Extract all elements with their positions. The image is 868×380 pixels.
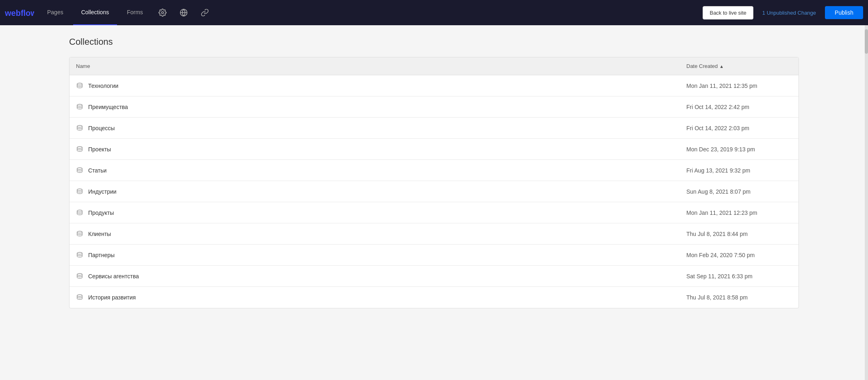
page-title: Collections [0, 37, 868, 57]
svg-point-13 [77, 273, 82, 275]
scrollbar[interactable] [865, 25, 868, 380]
scrollbar-thumb[interactable] [865, 29, 868, 54]
column-name-header[interactable]: Name [76, 63, 686, 69]
unpublished-changes-button[interactable]: 1 Unpublished Change [757, 7, 821, 19]
collection-date: Fri Oct 14, 2022 2:42 pm [686, 104, 792, 110]
collection-db-icon [76, 146, 83, 153]
table-row[interactable]: ПреимуществаFri Oct 14, 2022 2:42 pm [69, 96, 799, 118]
collection-date: Thu Jul 8, 2021 8:58 pm [686, 294, 792, 301]
collection-db-icon [76, 167, 83, 174]
collection-name: Партнеры [88, 252, 686, 258]
table-row[interactable]: ПроцессыFri Oct 14, 2022 2:03 pm [69, 118, 799, 139]
table-row[interactable]: ПартнерыMon Feb 24, 2020 7:50 pm [69, 245, 799, 266]
collection-name: Индустрии [88, 188, 686, 195]
collection-name: История развития [88, 294, 686, 301]
svg-point-12 [77, 252, 82, 254]
collection-date: Thu Jul 8, 2021 8:44 pm [686, 231, 792, 237]
collection-name: Сервисы агентства [88, 273, 686, 280]
table-header: Name Date Created ▲ [69, 57, 799, 75]
page-content: Collections Name Date Created ▲ Технолог… [0, 25, 868, 380]
publish-button[interactable]: Publish [825, 6, 863, 19]
integrations-icon [201, 9, 209, 17]
collection-db-icon [76, 251, 83, 259]
collection-db-icon [76, 103, 83, 111]
svg-point-10 [77, 210, 82, 212]
collection-date: Mon Jan 11, 2021 12:23 pm [686, 210, 792, 216]
webflow-logo[interactable]: webflow [5, 5, 34, 20]
tab-forms[interactable]: Forms [119, 0, 151, 25]
globe-icon [180, 9, 188, 17]
collection-db-icon [76, 273, 83, 280]
topnav-right: Back to live site 1 Unpublished Change P… [703, 6, 863, 20]
integrations-icon-tab[interactable] [195, 0, 215, 25]
svg-point-1 [161, 12, 163, 14]
collection-date: Fri Oct 14, 2022 2:03 pm [686, 125, 792, 131]
collection-db-icon [76, 188, 83, 195]
collection-db-icon [76, 230, 83, 238]
collection-name: Статьи [88, 167, 686, 174]
collection-date: Mon Feb 24, 2020 7:50 pm [686, 252, 792, 258]
table-row[interactable]: СтатьиFri Aug 13, 2021 9:32 pm [69, 160, 799, 181]
collection-date: Sun Aug 8, 2021 8:07 pm [686, 188, 792, 195]
svg-point-7 [77, 146, 82, 149]
collection-db-icon [76, 82, 83, 90]
table-row[interactable]: История развитияThu Jul 8, 2021 8:58 pm [69, 287, 799, 308]
collection-date: Sat Sep 11, 2021 6:33 pm [686, 273, 792, 280]
top-navigation: webflow Pages Collections Forms Back to … [0, 0, 868, 25]
svg-point-9 [77, 189, 82, 191]
collection-db-icon [76, 124, 83, 132]
collection-name: Технологии [88, 83, 686, 89]
tab-pages[interactable]: Pages [39, 0, 72, 25]
collection-name: Проекты [88, 146, 686, 153]
seo-icon-tab[interactable] [174, 0, 193, 25]
gear-icon [158, 9, 167, 17]
svg-point-4 [77, 83, 82, 85]
svg-point-5 [77, 104, 82, 106]
table-row[interactable]: Сервисы агентстваSat Sep 11, 2021 6:33 p… [69, 266, 799, 287]
collection-name: Преимущества [88, 104, 686, 110]
svg-point-11 [77, 231, 82, 233]
table-row[interactable]: КлиентыThu Jul 8, 2021 8:44 pm [69, 223, 799, 245]
collection-name: Продукты [88, 210, 686, 216]
table-row[interactable]: ПроектыMon Dec 23, 2019 9:13 pm [69, 139, 799, 160]
table-row[interactable]: ТехнологииMon Jan 11, 2021 12:35 pm [69, 75, 799, 96]
collection-db-icon [76, 209, 83, 216]
collection-name: Процессы [88, 125, 686, 131]
collection-name: Клиенты [88, 231, 686, 237]
svg-point-8 [77, 168, 82, 170]
svg-point-14 [77, 295, 82, 297]
settings-icon-tab[interactable] [153, 0, 172, 25]
collections-table: Name Date Created ▲ ТехнологииMon Jan 11… [69, 57, 799, 308]
collection-db-icon [76, 294, 83, 301]
sort-arrow-icon: ▲ [719, 64, 724, 69]
collection-date: Mon Dec 23, 2019 9:13 pm [686, 146, 792, 153]
table-body: ТехнологииMon Jan 11, 2021 12:35 pm Преи… [69, 75, 799, 308]
svg-text:webflow: webflow [5, 9, 34, 17]
svg-point-6 [77, 125, 82, 127]
tab-collections[interactable]: Collections [73, 0, 117, 25]
table-row[interactable]: ИндустрииSun Aug 8, 2021 8:07 pm [69, 181, 799, 202]
collection-date: Mon Jan 11, 2021 12:35 pm [686, 83, 792, 89]
table-row[interactable]: ПродуктыMon Jan 11, 2021 12:23 pm [69, 202, 799, 223]
collection-date: Fri Aug 13, 2021 9:32 pm [686, 167, 792, 174]
column-date-header[interactable]: Date Created ▲ [686, 63, 792, 69]
back-to-live-button[interactable]: Back to live site [703, 6, 753, 20]
